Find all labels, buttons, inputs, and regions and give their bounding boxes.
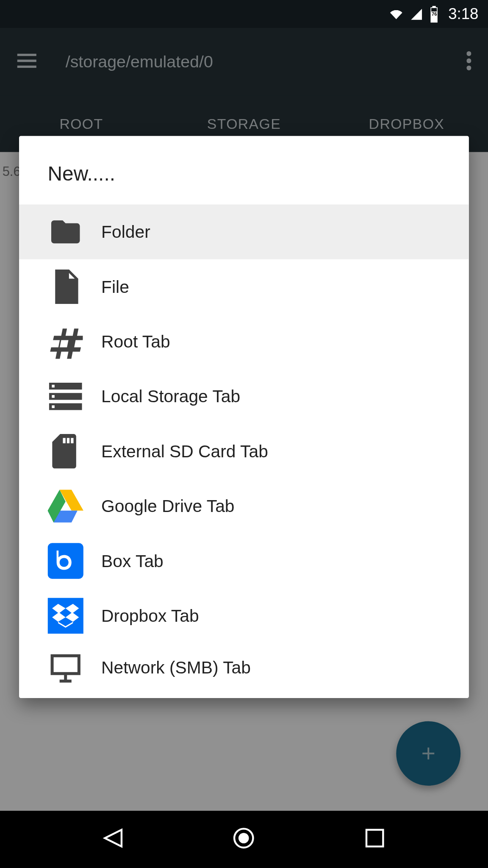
nav-back-button[interactable] xyxy=(90,815,136,864)
status-time: 3:18 xyxy=(448,5,478,23)
svg-rect-17 xyxy=(48,598,83,634)
dialog-list: Folder File Root Tab xyxy=(19,204,469,698)
svg-rect-14 xyxy=(67,438,69,443)
dialog-item-label: Root Tab xyxy=(101,332,170,351)
file-icon xyxy=(48,269,83,304)
folder-icon xyxy=(48,214,83,250)
dialog-item-dropbox[interactable]: Dropbox Tab xyxy=(19,588,469,643)
nav-home-button[interactable] xyxy=(221,815,267,864)
dialog-item-label: File xyxy=(101,277,129,296)
hash-icon xyxy=(48,324,83,359)
svg-rect-10 xyxy=(52,395,54,398)
dialog-item-network[interactable]: Network (SMB) Tab xyxy=(19,643,469,698)
wifi-icon xyxy=(388,8,405,21)
battery-icon: 76 xyxy=(429,6,440,22)
google-drive-icon xyxy=(48,488,83,524)
dialog-item-sd-card[interactable]: External SD Card Tab xyxy=(19,424,469,479)
svg-rect-13 xyxy=(63,438,65,443)
network-icon xyxy=(48,650,83,685)
nav-recents-button[interactable] xyxy=(352,815,398,864)
dialog-item-label: External SD Card Tab xyxy=(101,442,268,461)
dialog-item-google-drive[interactable]: Google Drive Tab xyxy=(19,479,469,533)
sd-card-icon xyxy=(48,434,83,469)
box-icon xyxy=(48,543,83,579)
svg-rect-15 xyxy=(71,438,73,443)
new-dialog: New..... Folder File xyxy=(19,136,469,698)
status-bar: 76 3:18 xyxy=(0,0,488,28)
dialog-item-label: Box Tab xyxy=(101,551,164,570)
battery-level-text: 76 xyxy=(432,11,437,17)
nav-bar xyxy=(0,811,488,868)
storage-icon xyxy=(48,378,83,414)
dialog-item-root-tab[interactable]: Root Tab xyxy=(19,314,469,369)
svg-rect-12 xyxy=(52,405,54,408)
svg-rect-16 xyxy=(48,543,83,579)
dialog-item-label: Dropbox Tab xyxy=(101,606,199,626)
dialog-item-box[interactable]: Box Tab xyxy=(19,534,469,588)
dropbox-icon xyxy=(48,598,83,634)
dialog-item-folder[interactable]: Folder xyxy=(19,204,469,259)
dialog-item-local-storage[interactable]: Local Storage Tab xyxy=(19,369,469,424)
dialog-item-file[interactable]: File xyxy=(19,259,469,314)
svg-point-19 xyxy=(239,833,250,843)
dialog-title: New..... xyxy=(19,136,469,205)
dialog-item-label: Folder xyxy=(101,222,150,242)
dialog-item-label: Network (SMB) Tab xyxy=(101,658,251,677)
svg-rect-0 xyxy=(432,8,437,11)
dialog-item-label: Google Drive Tab xyxy=(101,496,234,516)
svg-rect-8 xyxy=(52,385,54,387)
dialog-item-label: Local Storage Tab xyxy=(101,387,240,406)
cellular-signal-icon xyxy=(410,8,424,21)
svg-rect-20 xyxy=(366,830,383,846)
